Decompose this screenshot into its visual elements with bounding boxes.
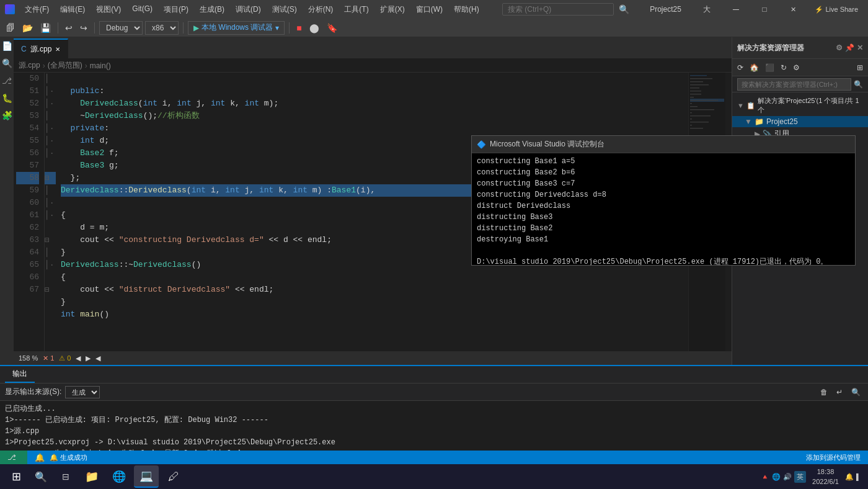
save-btn[interactable]: 💾 — [38, 22, 53, 34]
zoom-status[interactable]: 158 % — [19, 354, 38, 362]
output-line-2: 1>------ 已启动生成: 项目: Project25, 配置: Debug… — [5, 415, 863, 426]
menu-analyze[interactable]: 分析(N) — [303, 3, 339, 16]
console-title-bar: 🔷 Microsoft Visual Studio 调试控制台 — [472, 136, 855, 153]
toolbar-sep-2 — [94, 22, 95, 34]
nav-next-btn[interactable]: ▶ — [86, 354, 91, 362]
se-home-btn[interactable]: 🏠 — [747, 62, 761, 73]
breadcrumb-scope[interactable]: (全局范围) — [48, 60, 82, 71]
editor-status-bar: 158 % ✕ 1 ⚠ 0 ◀ ▶ ◀ — [14, 351, 732, 365]
show-desktop-btn[interactable]: ▌ — [856, 473, 861, 480]
se-settings-icon[interactable]: ⚙ — [836, 43, 843, 52]
git-icon[interactable]: ⎇ — [1, 74, 13, 87]
menu-git[interactable]: Git(G) — [127, 3, 157, 16]
output-source-label: 显示输出来源(S): — [5, 387, 61, 397]
undo-btn[interactable]: ↩ — [63, 22, 75, 34]
minimize-button[interactable]: ─ — [722, 0, 750, 19]
taskbar-clock[interactable]: 18:38 2022/6/1 — [808, 467, 843, 487]
git-status[interactable]: ⎇ — [0, 451, 27, 464]
breadcrumb-file[interactable]: 源.cpp — [19, 60, 40, 71]
extensions-icon[interactable]: 🧩 — [1, 109, 13, 122]
taskbar-app-2[interactable]: 🖊 — [161, 465, 186, 488]
menu-edit[interactable]: 编辑(E) — [55, 3, 90, 16]
se-search-icon[interactable]: 🔍 — [851, 80, 863, 89]
output-find-btn[interactable]: 🔍 — [849, 387, 863, 398]
scroll-left-btn[interactable]: ◀ — [95, 354, 100, 362]
maximize-button[interactable]: □ — [750, 0, 779, 19]
taskbar-vs-app[interactable]: 💻 — [134, 465, 159, 488]
close-button[interactable]: ✕ — [779, 0, 807, 19]
breakpoint-btn[interactable]: ⬤ — [307, 22, 322, 34]
se-solution-label: 解决方案'Project25'(1 个项目/共 1 个 — [758, 96, 863, 115]
menu-file[interactable]: 文件(F) — [20, 3, 54, 16]
error-count: 1 — [50, 354, 54, 362]
se-settings-btn[interactable]: ⚙ — [790, 62, 802, 73]
se-filter-btn[interactable]: ⬛ — [763, 62, 777, 73]
global-search-input[interactable] — [502, 3, 614, 16]
solution-explorer-header: 解决方案资源管理器 ⚙ 📌 ✕ — [732, 37, 868, 59]
volume-icon[interactable]: 🔊 — [783, 473, 792, 481]
se-item-project[interactable]: ▼ 📁 Project25 — [732, 116, 868, 127]
add-source-btn[interactable]: 添加到源代码管理 — [806, 453, 861, 462]
ime-indicator[interactable]: 英 — [794, 471, 806, 483]
output-clear-btn[interactable]: 🗑 — [818, 387, 830, 398]
chinese-char: 大 — [699, 4, 714, 15]
build-success-text: 🔔 生成成功 — [50, 453, 87, 462]
bookmark-btn[interactable]: 🔖 — [324, 22, 340, 34]
git-icon: ⎇ — [7, 453, 16, 462]
taskbar-search-btn[interactable]: 🔍 — [30, 465, 52, 488]
bottom-status-bar: ⎇ 🔔 🔔 生成成功 添加到源代码管理 — [0, 451, 868, 464]
project-title: Project25 — [650, 5, 681, 14]
se-search-input[interactable] — [737, 78, 851, 91]
new-file-btn[interactable]: 🗐 — [4, 22, 17, 34]
taskbar-browser[interactable]: 🌐 — [107, 465, 131, 488]
menu-help[interactable]: 帮助(H) — [449, 3, 484, 16]
tab-close-btn[interactable]: ✕ — [55, 46, 60, 53]
fold-gutter: │ │· │· │ │· │· │· ⊟ │ │· │· ⊟ │ │· — [45, 73, 56, 351]
task-view-btn[interactable]: ⊟ — [55, 465, 77, 488]
tray-up-icon[interactable]: 🔺 — [761, 473, 769, 481]
live-share-button[interactable]: ⚡ Live Share — [810, 4, 863, 15]
console-line-2: constructing Base2 b=6 — [477, 167, 850, 178]
explorer-icon[interactable]: 📄 — [1, 40, 13, 52]
se-refresh-btn[interactable]: ↻ — [778, 62, 789, 73]
stop-btn[interactable]: ■ — [294, 22, 304, 34]
se-search-bar: 🔍 — [732, 76, 868, 92]
se-item-solution[interactable]: ▼ 📋 解决方案'Project25'(1 个项目/共 1 个 — [732, 95, 868, 116]
notification-btn[interactable]: 🔔 — [845, 473, 854, 481]
menu-tools[interactable]: 工具(T) — [339, 3, 373, 16]
start-button[interactable]: ⊞ — [5, 465, 27, 488]
toolbar-sep-4 — [289, 22, 290, 34]
network-icon[interactable]: 🌐 — [772, 473, 781, 481]
platform-dropdown[interactable]: x86 — [145, 21, 179, 35]
output-source-select[interactable]: 生成 — [65, 386, 100, 398]
debug-config-dropdown[interactable]: Debug — [99, 21, 143, 35]
tab-source-cpp[interactable]: C 源.cpp ✕ — [14, 38, 68, 58]
menu-build[interactable]: 生成(B) — [195, 3, 229, 16]
error-status[interactable]: ✕ 1 — [43, 354, 54, 362]
search-icon[interactable]: 🔍 — [1, 57, 13, 70]
output-word-wrap-btn[interactable]: ↵ — [834, 387, 845, 398]
redo-btn[interactable]: ↪ — [78, 22, 90, 34]
menu-project[interactable]: 项目(P) — [159, 3, 193, 16]
menu-debug[interactable]: 调试(D) — [231, 3, 266, 16]
nav-prev-btn[interactable]: ◀ — [76, 354, 81, 362]
breadcrumb-function[interactable]: main() — [90, 61, 111, 70]
run-dropdown-icon: ▾ — [275, 24, 279, 32]
se-sync-btn[interactable]: ⟳ — [735, 62, 746, 73]
warning-count: 0 — [67, 354, 71, 362]
console-line-6: distructing Base3 — [477, 212, 850, 223]
menu-view[interactable]: 视图(V) — [91, 3, 126, 16]
output-content: 已启动生成... 1>------ 已启动生成: 项目: Project25, … — [0, 401, 868, 451]
output-tab[interactable]: 输出 — [5, 366, 35, 383]
run-debug-button[interactable]: ▶ 本地 Windows 调试器 ▾ — [188, 21, 285, 35]
open-file-btn[interactable]: 📂 — [20, 22, 35, 34]
debug-icon[interactable]: 🐛 — [1, 92, 13, 104]
taskbar-file-explorer[interactable]: 📁 — [79, 465, 104, 488]
se-expand-btn[interactable]: ⊞ — [854, 62, 866, 73]
se-pin-icon[interactable]: 📌 — [845, 43, 854, 52]
se-close-icon[interactable]: ✕ — [857, 43, 863, 52]
menu-window[interactable]: 窗口(W) — [411, 3, 448, 16]
menu-test[interactable]: 测试(S) — [267, 3, 302, 16]
menu-extensions[interactable]: 扩展(X) — [375, 3, 410, 16]
warning-status[interactable]: ⚠ 0 — [59, 354, 71, 362]
